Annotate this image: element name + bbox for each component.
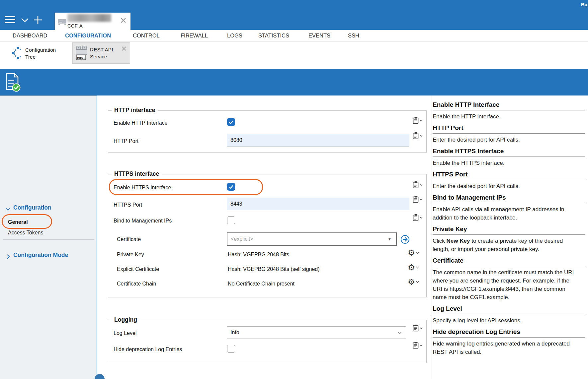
log-level-label: Log Level [114, 330, 136, 336]
session-tab-label: CCF-A [67, 23, 83, 29]
chevron-down-icon [420, 198, 423, 201]
help-title: HTTPS Port [433, 170, 585, 180]
help-body: Click New Key to create a private key of… [433, 237, 576, 253]
http-port-copy-menu[interactable] [413, 132, 423, 139]
chevron-down-icon [397, 332, 402, 335]
help-body: Hide warning log entries generated when … [433, 340, 576, 356]
http-interface-legend: HTTP interface [112, 107, 158, 114]
help-title: Bind to Management IPs [433, 194, 585, 203]
enable-http-interface-checkbox[interactable] [227, 118, 235, 126]
new-tab-plus-icon[interactable] [33, 15, 42, 25]
gear-icon: ⚙ [408, 278, 415, 286]
http-port-input[interactable]: 8080 [227, 134, 409, 147]
chevron-down-icon [420, 135, 423, 137]
clipboard-icon [413, 342, 419, 349]
https-port-input[interactable]: 8443 [227, 198, 409, 210]
redacted-hostname [67, 14, 111, 22]
help-body: Enter the desired port for API calls. [433, 136, 576, 144]
chevron-down-icon [420, 184, 423, 186]
private-key-gear-menu[interactable]: ⚙ [408, 249, 419, 257]
hide-deprecation-copy-menu[interactable] [413, 342, 423, 349]
enable-https-interface-label: Enable HTTPS Interface [114, 185, 171, 191]
log-level-select[interactable]: Info [227, 326, 406, 339]
help-body: Enable the HTTPS interface. [433, 159, 576, 167]
chevron-right-icon[interactable] [7, 254, 10, 259]
help-title: Enable HTTPS Interface [433, 147, 585, 157]
tab-control[interactable]: CONTROL [133, 32, 160, 39]
enable-https-copy-menu[interactable] [413, 181, 423, 188]
certificate-dropdown[interactable]: <explicit> ▼ [227, 232, 397, 246]
check-icon [229, 185, 233, 189]
bind-management-copy-menu[interactable] [413, 214, 423, 221]
splitter[interactable] [97, 95, 97, 379]
sidebar-item-general[interactable]: General [8, 219, 28, 225]
chevron-down-icon [416, 252, 419, 254]
hamburger-menu-icon[interactable] [5, 16, 15, 23]
hide-deprecation-label: Hide deprecation Log Entries [114, 347, 182, 352]
sidebar-item-access-tokens[interactable]: Access Tokens [8, 230, 43, 236]
tab-firewall[interactable]: FIREWALL [181, 32, 208, 39]
chevron-down-icon [416, 266, 419, 269]
enable-https-interface-checkbox[interactable] [227, 183, 235, 191]
clipboard-icon [413, 117, 419, 124]
help-title: Hide deprecation Log Entries [433, 328, 585, 338]
configuration-tree-button[interactable]: Configuration Tree [25, 46, 56, 60]
document-check-icon [5, 73, 21, 92]
help-title: Enable HTTP Interface [433, 101, 585, 110]
chevron-down-icon[interactable] [5, 208, 11, 211]
menubar: DASHBOARD CONFIGURATION CONTROL FIREWALL… [0, 30, 588, 42]
help-body-bold: New Key [447, 238, 470, 244]
configuration-tree-icon[interactable] [11, 46, 23, 60]
bind-management-ips-checkbox[interactable] [227, 216, 235, 224]
close-rest-tab-icon[interactable] [121, 46, 127, 51]
tab-events[interactable]: EVENTS [308, 32, 330, 39]
enable-http-copy-menu[interactable] [413, 117, 423, 124]
chevron-down-icon[interactable] [21, 18, 29, 23]
clipboard-icon [413, 181, 419, 188]
rest-api-label-line2: Service [90, 53, 113, 60]
svg-text:REST: REST [77, 56, 85, 59]
explicit-certificate-gear-menu[interactable]: ⚙ [408, 263, 419, 272]
toolbar: Configuration Tree REST REST API Service [0, 42, 588, 69]
https-port-value: 8443 [230, 201, 242, 207]
sidebar-section-configuration[interactable]: Configuration [13, 204, 51, 211]
https-port-copy-menu[interactable] [413, 196, 423, 203]
bind-management-ips-label: Bind to Management IPs [114, 218, 172, 224]
certificate-label: Certificate [117, 236, 141, 242]
tab-dashboard[interactable]: DASHBOARD [13, 32, 47, 39]
log-level-copy-menu[interactable] [413, 324, 423, 332]
certificate-chain-label: Certificate Chain [117, 281, 156, 287]
check-icon [229, 120, 233, 124]
certificate-chain-gear-menu[interactable]: ⚙ [408, 278, 419, 286]
close-session-tab-icon[interactable] [120, 17, 126, 24]
rest-api-service-tab[interactable]: REST REST API Service [72, 42, 130, 64]
http-port-label: HTTP Port [114, 138, 138, 144]
private-key-value: Hash: VGEPBG 2048 Bits [228, 252, 289, 258]
certificate-dropdown-value: <explicit> [231, 236, 253, 242]
tab-ssh[interactable]: SSH [348, 32, 359, 39]
rest-api-icon: REST [75, 46, 88, 61]
help-title: HTTP Port [433, 124, 585, 134]
configuration-tree-label-line2: Tree [25, 53, 56, 60]
page-titlebar: REST API Service - [0, 69, 588, 95]
certificate-chain-value: No Certificate Chain present [228, 281, 294, 287]
https-interface-legend: HTTPS interface [112, 170, 162, 177]
session-tab[interactable]: CCF-A [55, 13, 130, 30]
tab-statistics[interactable]: STATISTICS [258, 32, 289, 39]
sidebar-section-configuration-mode[interactable]: Configuration Mode [13, 252, 68, 259]
hide-deprecation-checkbox[interactable] [227, 345, 235, 353]
help-title: Private Key [433, 225, 585, 235]
clipboard-icon [413, 214, 419, 221]
tab-logs[interactable]: LOGS [227, 32, 242, 39]
topbar: Ba CCF-A [0, 0, 588, 30]
enable-http-interface-label: Enable HTTP Interface [114, 120, 167, 126]
explicit-certificate-value: Hash: VGEPBG 2048 Bits (self signed) [228, 266, 320, 272]
gear-icon: ⚙ [408, 263, 415, 272]
log-level-value: Info [230, 330, 239, 336]
clipboard-icon [413, 132, 419, 139]
go-to-certificate-icon[interactable] [400, 235, 410, 244]
chevron-down-icon [420, 217, 423, 219]
tab-configuration[interactable]: CONFIGURATION [65, 32, 111, 39]
help-body-text: Click [433, 238, 447, 244]
sidebar: Configuration General Access Tokens Conf… [0, 95, 97, 379]
